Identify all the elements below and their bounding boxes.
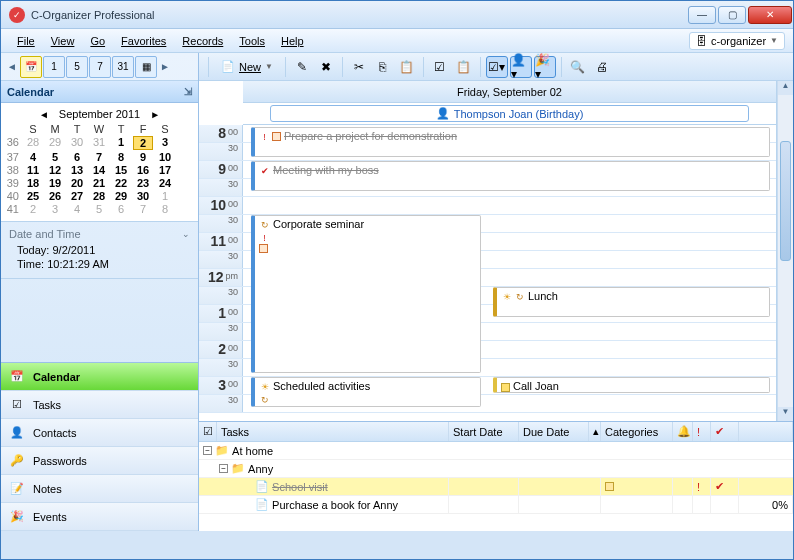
- cal-day[interactable]: 1: [111, 136, 131, 150]
- cal-day[interactable]: 30: [67, 136, 87, 150]
- allday-row[interactable]: 👤Thompson Joan (Birthday): [243, 103, 776, 125]
- cal-day[interactable]: 3: [45, 203, 65, 215]
- menu-view[interactable]: View: [43, 32, 83, 50]
- delete-button[interactable]: ✖: [315, 56, 337, 78]
- nav-passwords[interactable]: 🔑Passwords: [1, 447, 198, 475]
- nav-contacts[interactable]: 👤Contacts: [1, 419, 198, 447]
- task-group-home[interactable]: − 📁 At home: [199, 442, 793, 460]
- month-label[interactable]: September 2011: [59, 108, 140, 120]
- minimize-button[interactable]: —: [688, 6, 716, 24]
- alarm-col[interactable]: 🔔: [673, 422, 693, 441]
- event-meeting-boss[interactable]: ✔Meeting with my boss: [251, 161, 770, 191]
- scroll-up-arrow[interactable]: ▲: [778, 81, 793, 95]
- nav-notes[interactable]: 📝Notes: [1, 475, 198, 503]
- paste-button[interactable]: 📋: [396, 56, 418, 78]
- event-call-joan[interactable]: Call Joan: [493, 377, 770, 393]
- cal-day[interactable]: 12: [45, 164, 65, 176]
- task-row-purchase-book[interactable]: 📄 Purchase a book for Anny 0%: [199, 496, 793, 514]
- menu-tools[interactable]: Tools: [231, 32, 273, 50]
- cal-day[interactable]: 28: [23, 136, 43, 150]
- view-month[interactable]: 31: [112, 56, 134, 78]
- cal-day[interactable]: 10: [155, 151, 175, 163]
- cal-day[interactable]: 5: [89, 203, 109, 215]
- tasks-body[interactable]: − 📁 At home − 📁 Anny 📄 School visit ! ✔: [199, 442, 793, 531]
- check-button[interactable]: ☑: [429, 56, 451, 78]
- allday-event[interactable]: 👤Thompson Joan (Birthday): [270, 105, 750, 122]
- cal-day[interactable]: 19: [45, 177, 65, 189]
- cal-day[interactable]: 22: [111, 177, 131, 189]
- cal-day[interactable]: 6: [111, 203, 131, 215]
- sort-col[interactable]: ▴: [589, 422, 601, 441]
- cal-day[interactable]: 8: [111, 151, 131, 163]
- task-row-school-visit[interactable]: 📄 School visit ! ✔: [199, 478, 793, 496]
- cal-day[interactable]: 18: [23, 177, 43, 189]
- preview-button[interactable]: 🔍: [567, 56, 589, 78]
- pin-icon[interactable]: ⇲: [184, 86, 192, 97]
- nav-events[interactable]: 🎉Events: [1, 503, 198, 531]
- cal-day[interactable]: 31: [89, 136, 109, 150]
- task-group-anny[interactable]: − 📁 Anny: [199, 460, 793, 478]
- print-button[interactable]: 🖨: [591, 56, 613, 78]
- cal-day[interactable]: 15: [111, 164, 131, 176]
- cal-day[interactable]: 17: [155, 164, 175, 176]
- filter-button[interactable]: ☑▾: [486, 56, 508, 78]
- cal-day[interactable]: 2: [133, 136, 153, 150]
- cal-day[interactable]: 6: [67, 151, 87, 163]
- cal-day[interactable]: 23: [133, 177, 153, 189]
- maximize-button[interactable]: ▢: [718, 6, 746, 24]
- cal-day[interactable]: 29: [45, 136, 65, 150]
- cal-day[interactable]: 8: [155, 203, 175, 215]
- collapse-icon[interactable]: −: [203, 446, 212, 455]
- cal-day[interactable]: 4: [23, 151, 43, 163]
- cut-button[interactable]: ✂: [348, 56, 370, 78]
- tabs-right-arrow[interactable]: ►: [158, 61, 172, 72]
- due-date-col[interactable]: Due Date: [519, 422, 589, 441]
- view-day-alt[interactable]: 1: [43, 56, 65, 78]
- cal-day[interactable]: 20: [67, 177, 87, 189]
- scroll-thumb[interactable]: [780, 141, 791, 261]
- cal-day[interactable]: 16: [133, 164, 153, 176]
- menu-help[interactable]: Help: [273, 32, 312, 50]
- cal-day[interactable]: 9: [133, 151, 153, 163]
- cal-day[interactable]: 29: [111, 190, 131, 202]
- tabs-left-arrow[interactable]: ◄: [5, 61, 19, 72]
- cal-day[interactable]: 27: [67, 190, 87, 202]
- menu-records[interactable]: Records: [174, 32, 231, 50]
- edit-button[interactable]: ✎: [291, 56, 313, 78]
- event-filter-button[interactable]: 🎉▾: [534, 56, 556, 78]
- cal-day[interactable]: 3: [155, 136, 175, 150]
- tasks-title-col[interactable]: Tasks: [217, 422, 449, 441]
- collapse-icon[interactable]: −: [219, 464, 228, 473]
- event-scheduled-activities[interactable]: ☀Scheduled activities↻: [251, 377, 481, 407]
- cal-day[interactable]: 1: [155, 190, 175, 202]
- event-lunch[interactable]: ☀↻Lunch: [493, 287, 770, 317]
- scroll-down-arrow[interactable]: ▼: [778, 407, 793, 421]
- collapse-icon[interactable]: ⌄: [182, 229, 190, 239]
- start-date-col[interactable]: Start Date: [449, 422, 519, 441]
- cal-day[interactable]: 26: [45, 190, 65, 202]
- cal-day[interactable]: 24: [155, 177, 175, 189]
- paste2-button[interactable]: 📋: [453, 56, 475, 78]
- nav-tasks[interactable]: ☑Tasks: [1, 391, 198, 419]
- vertical-scrollbar[interactable]: ▲ ▼: [777, 81, 793, 421]
- next-month-button[interactable]: ►: [146, 109, 164, 120]
- cal-day[interactable]: 11: [23, 164, 43, 176]
- cal-day[interactable]: 14: [89, 164, 109, 176]
- cal-day[interactable]: 5: [45, 151, 65, 163]
- cal-day[interactable]: 25: [23, 190, 43, 202]
- nav-calendar[interactable]: 📅Calendar: [1, 363, 198, 391]
- menu-favorites[interactable]: Favorites: [113, 32, 174, 50]
- time-grid[interactable]: 800309003010003011003012pm30100302003030…: [199, 125, 776, 421]
- new-button[interactable]: 📄New▼: [214, 56, 280, 78]
- event-corporate-seminar[interactable]: ↻Corporate seminar!: [251, 215, 481, 373]
- view-day-1[interactable]: 📅: [20, 56, 42, 78]
- cal-day[interactable]: 7: [133, 203, 153, 215]
- cal-day[interactable]: 13: [67, 164, 87, 176]
- view-week[interactable]: 7: [89, 56, 111, 78]
- menu-go[interactable]: Go: [82, 32, 113, 50]
- cal-day[interactable]: 30: [133, 190, 153, 202]
- person-button[interactable]: 👤▾: [510, 56, 532, 78]
- event-prepare-project[interactable]: !Prepare a project for demonstration: [251, 127, 770, 157]
- cal-day[interactable]: 21: [89, 177, 109, 189]
- tasks-icon-col[interactable]: ☑: [199, 422, 217, 441]
